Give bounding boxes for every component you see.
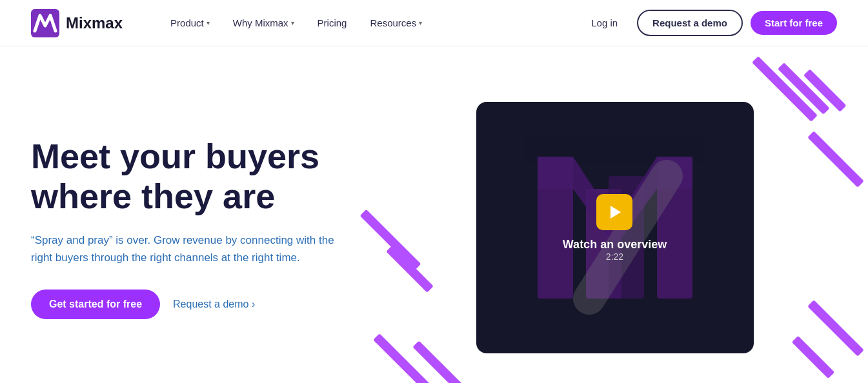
login-button[interactable]: Log in: [580, 12, 629, 34]
nav-item-why-mixmax[interactable]: Why Mixmax ▾: [224, 12, 303, 34]
brand-name: Mixmax: [66, 14, 123, 32]
ribbon-bottom-right-2: [792, 336, 834, 378]
request-demo-button[interactable]: Request a demo: [637, 10, 743, 36]
hero-section: Meet your buyers where they are “Spray a…: [0, 46, 868, 383]
video-card[interactable]: Watch an overview 2:22: [476, 102, 754, 353]
ribbon-bottom-left-1: [373, 333, 439, 383]
ribbon-top-right-2: [778, 63, 830, 115]
ribbon-bottom-left-2: [412, 340, 465, 383]
nav-item-resources[interactable]: Resources ▾: [361, 12, 431, 34]
play-icon: [611, 206, 621, 219]
ribbon-bottom-right-1: [807, 300, 864, 357]
hero-subtext: “Spray and pray” is over. Grow revenue b…: [31, 231, 341, 266]
resources-chevron-icon: ▾: [419, 19, 422, 26]
hero-cta: Get started for free Request a demo ›: [31, 290, 367, 319]
ribbon-top-right-1: [752, 56, 818, 122]
start-free-button[interactable]: Start for free: [751, 11, 837, 35]
get-started-button[interactable]: Get started for free: [31, 290, 160, 319]
ribbon-right-1: [807, 131, 864, 188]
nav-item-product[interactable]: Product ▾: [161, 12, 219, 34]
ribbon-top-right-3: [803, 69, 846, 112]
nav-actions: Log in Request a demo Start for free: [580, 10, 837, 36]
nav-links: Product ▾ Why Mixmax ▾ Pricing Resources…: [161, 12, 580, 34]
logo-link[interactable]: Mixmax: [31, 9, 123, 37]
why-mixmax-chevron-icon: ▾: [291, 19, 294, 26]
mixmax-logo-icon: [31, 9, 59, 37]
hero-right: Watch an overview 2:22: [392, 72, 837, 383]
navbar: Mixmax Product ▾ Why Mixmax ▾ Pricing Re…: [0, 0, 868, 46]
video-duration: 2:22: [563, 251, 667, 262]
video-title: Watch an overview: [563, 238, 667, 251]
request-demo-link[interactable]: Request a demo ›: [173, 299, 255, 310]
play-button[interactable]: [596, 194, 632, 230]
video-content: Watch an overview 2:22: [563, 194, 667, 262]
hero-left: Meet your buyers where they are “Spray a…: [31, 136, 392, 320]
product-chevron-icon: ▾: [207, 19, 210, 26]
ribbon-left-2: [386, 245, 434, 293]
nav-item-pricing[interactable]: Pricing: [308, 12, 356, 34]
hero-headline: Meet your buyers where they are: [31, 136, 367, 216]
video-label: Watch an overview 2:22: [563, 238, 667, 262]
